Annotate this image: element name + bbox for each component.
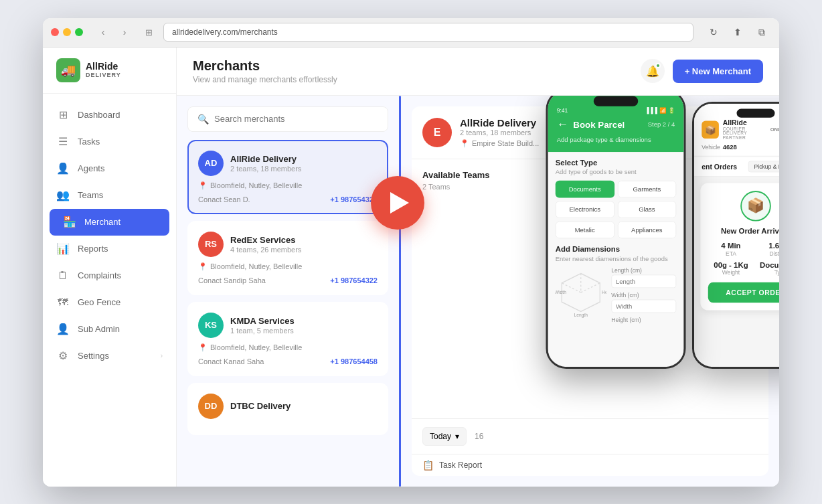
sidebar-item-label: Merchant xyxy=(84,217,120,227)
type-glass[interactable]: Glass xyxy=(617,201,676,218)
date-filter-label: Today xyxy=(430,432,451,441)
logo-sub: DELIVERY xyxy=(86,72,121,78)
detail-merchant-name: AllRide Delivery xyxy=(460,117,539,129)
stat-distance-label: Distance xyxy=(758,250,779,257)
phone-frame-2: 📦 AllRide COURIERDELIVERY PARTNER ONLINE xyxy=(692,102,779,369)
merchant-card-redex[interactable]: RS RedEx Services 4 teams, 26 members 📍 … xyxy=(187,221,388,295)
sidebar-item-dashboard[interactable]: ⊞ Dashboard xyxy=(43,102,176,129)
browser-dots xyxy=(51,28,83,36)
battery-icon: 🔋 xyxy=(668,107,675,114)
type-documents[interactable]: Documents xyxy=(556,180,614,197)
phone-notch-1 xyxy=(594,96,639,106)
task-report-bar: 📋 Task Report xyxy=(412,454,768,476)
address-bar[interactable]: allridedelivery.com/merchants xyxy=(163,23,693,41)
merchant-card-kmda[interactable]: KS KMDA Services 1 team, 5 members 📍 Blo… xyxy=(187,302,388,376)
search-input[interactable] xyxy=(214,114,378,124)
sidebar-item-label: Dashboard xyxy=(78,110,120,120)
maximize-dot[interactable] xyxy=(75,28,83,36)
merchant-name: KMDA Services xyxy=(230,316,295,326)
sidebar-item-reports[interactable]: 📊 Reports xyxy=(43,236,176,262)
detail-avatar: E xyxy=(422,118,452,147)
brand-name: AllRide xyxy=(723,118,770,126)
stat-weight-label: Weight xyxy=(708,269,754,276)
notifications-button[interactable]: 🔔 xyxy=(641,59,665,83)
svg-line-2 xyxy=(581,282,600,292)
reload-button[interactable]: ↻ xyxy=(704,23,723,41)
dim-inputs: Length (cm) Width (cm) Hei xyxy=(611,267,676,325)
sidebar: 🚚 AllRide DELIVERY ⊞ Dashboard ☰ Tasks 👤 xyxy=(43,48,177,487)
geo-fence-icon: 🗺 xyxy=(56,296,70,309)
sidebar-item-teams[interactable]: 👥 Teams xyxy=(43,182,176,209)
contact-label: Conact Sandip Saha xyxy=(198,276,266,284)
phone1-step: Step 2 / 4 xyxy=(648,120,675,127)
merchant-card-allride[interactable]: AD AllRide Delivery 2 teams, 18 members … xyxy=(187,140,388,214)
height-label: Height (cm) xyxy=(611,317,676,323)
close-dot[interactable] xyxy=(51,28,59,36)
sidebar-item-complaints[interactable]: 🗒 Complaints xyxy=(43,262,176,289)
sidebar-item-settings[interactable]: ⚙ Settings › xyxy=(43,343,176,369)
new-tab-button[interactable]: ⧉ xyxy=(752,23,771,41)
brand-logo: 📦 xyxy=(702,120,719,139)
stat-type: Documents Type xyxy=(758,260,779,276)
merchant-card-dtbc[interactable]: DD DTBC Delivery xyxy=(187,383,388,435)
sidebar-item-sub-admin[interactable]: 👤 Sub Admin xyxy=(43,316,176,343)
share-button[interactable]: ⬆ xyxy=(728,23,747,41)
phone-screen-2: 📦 AllRide COURIERDELIVERY PARTNER ONLINE xyxy=(694,103,779,366)
orders-bar: ent Orders Pickup & Delivery ▾ xyxy=(694,157,779,176)
svg-text:Length: Length xyxy=(574,313,588,318)
location-pin-icon: 📍 xyxy=(198,343,208,352)
sidebar-item-label: Sub Admin xyxy=(78,324,120,334)
minimize-dot[interactable] xyxy=(63,28,71,36)
online-toggle-area: ONLINE xyxy=(770,124,779,134)
type-metalic[interactable]: Metalic xyxy=(556,221,614,238)
stat-weight-value: 00g - 1Kg xyxy=(708,260,754,269)
complaints-icon: 🗒 xyxy=(56,269,70,282)
contact-label: Conact Sean D. xyxy=(198,195,250,203)
width-input[interactable] xyxy=(611,299,676,313)
sidebar-item-label: Reports xyxy=(78,244,108,254)
phone1-status-icons: ▐▐▐ 📶 🔋 xyxy=(645,107,675,114)
app-container: 🚚 AllRide DELIVERY ⊞ Dashboard ☰ Tasks 👤 xyxy=(43,48,779,487)
detail-info: AllRide Delivery 2 teams, 18 members 📍 E… xyxy=(460,117,539,148)
phone-frame-1: 9:41 ▐▐▐ 📶 🔋 ← Book Parcel xyxy=(546,96,686,369)
chevron-down-icon: ▾ xyxy=(455,432,459,441)
back-button[interactable]: ‹ xyxy=(94,23,112,41)
reports-icon: 📊 xyxy=(56,242,70,256)
new-merchant-button[interactable]: + New Merchant xyxy=(673,60,763,83)
sidebar-item-geo-fence[interactable]: 🗺 Geo Fence xyxy=(43,289,176,316)
forward-button[interactable]: › xyxy=(115,23,134,41)
pickup-delivery-btn[interactable]: Pickup & Delivery ▾ xyxy=(748,161,779,172)
phone1-time: 9:41 xyxy=(557,107,568,114)
sidebar-item-agents[interactable]: 👤 Agents xyxy=(43,155,176,182)
type-garments[interactable]: Garments xyxy=(617,180,676,197)
tasks-icon: ☰ xyxy=(56,135,70,149)
width-label: Width (cm) xyxy=(611,292,676,299)
location-pin-icon: 📍 xyxy=(198,262,208,271)
merchant-contact: Conact Sean D. +1 987654321 xyxy=(198,195,378,203)
type-appliances[interactable]: Appliances xyxy=(617,221,676,238)
merchant-meta: 4 teams, 26 members xyxy=(230,246,301,254)
merchant-cards: AD AllRide Delivery 2 teams, 18 members … xyxy=(187,140,388,435)
date-filter[interactable]: Today ▾ xyxy=(422,427,467,446)
sidebar-toggle-button[interactable]: ⊞ xyxy=(139,23,158,41)
stat-eta-value: 4 Min xyxy=(708,242,754,250)
play-button[interactable] xyxy=(371,176,424,230)
sidebar-item-merchant[interactable]: 🏪 Merchant xyxy=(50,209,169,236)
accept-order-button[interactable]: ACCEPT ORDER xyxy=(708,282,779,302)
length-input[interactable] xyxy=(611,274,676,288)
vehicle-num: 4628 xyxy=(723,143,737,150)
browser-actions: ↻ ⬆ ⧉ xyxy=(704,23,771,41)
merchant-name: DTBC Delivery xyxy=(230,401,291,411)
select-type-title: Select Type xyxy=(556,158,677,167)
type-electronics[interactable]: Electronics xyxy=(556,201,614,218)
browser-toolbar: ‹ › ⊞ allridedelivery.com/merchants ↻ ⬆ … xyxy=(43,18,779,48)
merchant-name: RedEx Services xyxy=(230,235,301,245)
sidebar-item-label: Settings xyxy=(78,351,109,361)
search-bar[interactable]: 🔍 xyxy=(187,106,388,132)
stat-eta: 4 Min ETA xyxy=(708,242,754,257)
stat-distance: 1.6 km Distance xyxy=(758,242,779,257)
back-arrow-icon[interactable]: ← xyxy=(557,117,568,131)
width-field-group: Width (cm) xyxy=(611,292,676,313)
sidebar-item-tasks[interactable]: ☰ Tasks xyxy=(43,129,176,155)
page-header: Merchants View and manage merchants effo… xyxy=(177,48,779,96)
